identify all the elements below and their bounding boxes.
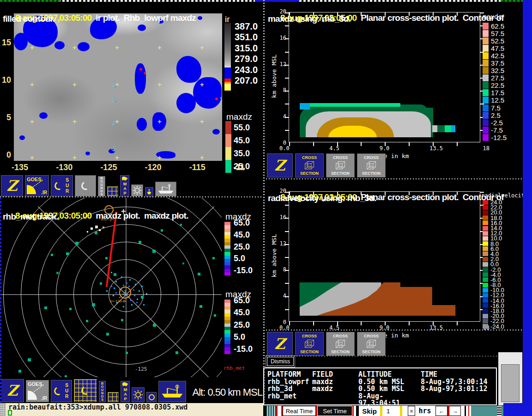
zebra-z-icon: Z [6,178,17,193]
grid-radar-button[interactable] [75,175,96,196]
skip-value-field[interactable]: 1 [382,406,400,416]
data-echo [115,292,117,294]
cross-section-button[interactable]: CROSS SECTION [357,332,386,356]
buoy-marker-icon [111,120,118,125]
teal-panel [471,406,497,416]
map-button[interactable]: MAP [121,381,130,402]
mini-window[interactable] [498,352,523,406]
zebra-z-icon: Z [274,158,285,173]
colorbar-segment [224,249,230,252]
zebra-logo-button[interactable]: Z [267,332,293,356]
quadrant-divider-left [0,196,263,197]
colorbar-entry: -2.5 [483,119,507,126]
table-cell: 8-Aug-97,3:01:12 [421,385,494,393]
colorbar-swatch [483,119,489,126]
data-echo [75,242,79,245]
tick-label: 387.0 [235,21,262,32]
tick-label: 10 [0,75,11,85]
data-echo [106,333,109,336]
colorbar-entry: 47.5 [483,44,507,52]
map-button[interactable]: MAP [120,175,129,196]
cross-label: CROSS [364,155,379,160]
surveillance-radar-button[interactable]: SUR [51,380,72,402]
section-label: SECTION [300,349,319,354]
buoy-button[interactable] [145,187,153,196]
title-text: Planar cross-section plot. Contour of [357,192,503,202]
cross-section-button-active[interactable]: CROSS SECTION [295,332,324,356]
data-echo [69,308,72,310]
zebra-logo-button[interactable]: Z [1,379,24,402]
goes-ir-button[interactable]: GOES .IR [25,175,49,196]
real-time-button[interactable]: Real Time [283,406,316,416]
panel-cross-section-maxdz: 8-aug-1997,03:05:00 Planar cross-section… [266,0,523,178]
colorbar-swatch [483,257,488,262]
step-back-button[interactable]: ← [435,406,447,416]
surveillance-radar-button[interactable]: SUR [51,175,73,196]
zebra-logo-button[interactable]: Z [267,153,293,177]
colorbar-entry: 35.0 [225,147,250,160]
colorbar-value: 47.5 [491,44,504,52]
panel-title-line2: radialvelocity using: rhb_3d. [268,193,376,204]
step-forward-button[interactable]: → [449,406,461,416]
section-label: SECTION [300,171,319,176]
gear-button[interactable] [132,387,145,402]
contour-region [445,125,451,132]
colorbar-value: 25.0 [234,162,250,171]
gear-button[interactable] [131,184,143,196]
colorbar-segment [224,265,230,269]
data-echo [135,284,136,285]
goes-ir-button[interactable]: GOES .IR [26,380,49,402]
time-control-bar: Real Time Set Time Skip 1 ≡ hrs ← → [266,406,503,416]
toolbar-radar: Z GOES .IR SUR BOUNDS MAP [1,379,195,402]
colorbar-swatch [483,60,489,67]
data-echo [106,290,108,292]
data-echo [86,320,88,322]
set-time-button[interactable]: Set Time [317,406,352,416]
colorbar-segment [224,269,230,272]
zebra-logo-button[interactable]: Z [1,175,23,196]
bounds-button[interactable]: BOUNDS [99,381,106,402]
contour-region [432,125,437,132]
colorbar-value: -12.5 [491,134,507,141]
terminal-cursor [8,410,12,416]
colorbar-swatch [483,215,488,220]
cross-section-button[interactable]: CROSS SECTION [326,332,355,356]
map-icon [122,382,128,386]
ship-button[interactable] [155,182,176,196]
colorbar-segment [224,256,230,259]
radar-dish-icon [80,180,91,191]
units-menu-icon[interactable]: ≡ [408,406,415,416]
bounds-button[interactable]: BOUNDS [98,176,105,196]
cross-section-button[interactable]: CROSS SECTION [357,153,386,177]
stripe-decoration [266,406,276,416]
tick-label: 45.0 [234,230,262,240]
mini-grid-button[interactable] [108,392,119,402]
grid-radar-button[interactable] [74,379,97,402]
satellite-image[interactable]: ++++++++++++++++++++ [14,13,222,161]
x-axis-ticks: -135-130-125-120-115-11 [12,163,245,173]
data-echo [152,250,156,253]
units-label[interactable]: hrs [417,406,433,416]
colorbar-swatch [483,226,488,231]
tick-label: 243.0 [235,65,262,75]
colorbar-segment [224,222,230,225]
terminal-window[interactable]: rain:beaufait:353>xdump.all 970808.0305.… [0,403,263,416]
y-axis-label: km above MSL [271,55,278,98]
cross-section-button-active[interactable]: CROSS SECTION [295,153,324,177]
circle-tool-button[interactable] [146,392,157,402]
buoy-marker-icon [110,159,117,161]
terminal-scrollbar[interactable] [0,403,6,416]
cross-section-button[interactable]: CROSS SECTION [326,153,355,177]
mini-grid-button[interactable] [107,186,118,196]
colorbar-entry: -12.5 [483,134,507,141]
contour-region [300,103,310,110]
colorbar-entry: 22.5 [483,82,507,89]
cross-label: CROSS [333,155,348,160]
tick-label: 65.0 [234,296,262,306]
tick-label: 207.0 [235,75,262,86]
colorbar-swatch [483,37,489,44]
colorbar-swatch [483,236,488,241]
tick-label: 0.0 [279,145,290,152]
colorbar-swatch [483,220,488,225]
dismiss-button[interactable]: Dismiss [267,357,294,366]
